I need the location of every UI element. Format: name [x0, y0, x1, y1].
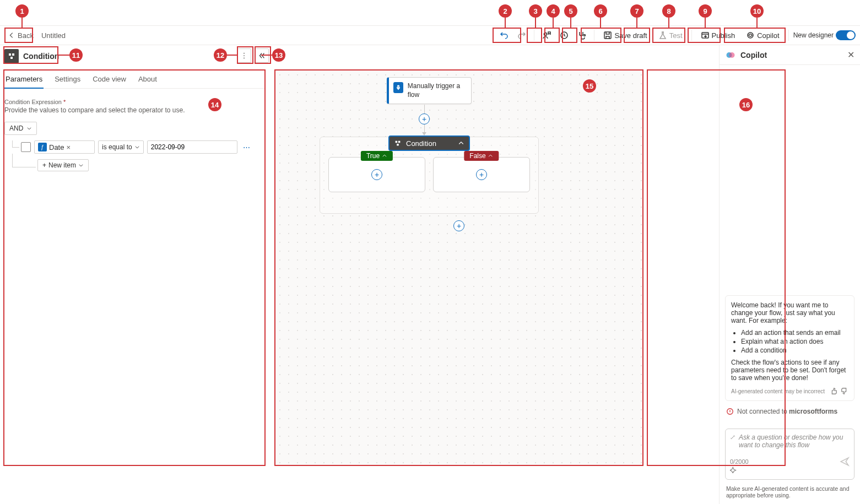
stethoscope-icon: [577, 31, 586, 40]
copilot-label: Copilot: [757, 31, 779, 40]
copilot-title: Copilot: [740, 51, 767, 59]
top-bar: Back Untitled Save draft Test Publish Co…: [0, 25, 860, 45]
callout-2: 2: [499, 4, 512, 18]
send-icon[interactable]: [840, 457, 850, 467]
callout-8: 8: [662, 4, 675, 18]
separator: [788, 30, 789, 41]
svg-point-8: [244, 58, 245, 59]
copilot-panel: Copilot ✕ Welcome back! If you want me t…: [719, 45, 860, 504]
add-step-after-button[interactable]: +: [453, 220, 464, 231]
chevron-up-icon: [382, 153, 387, 159]
logic-operator-dropdown[interactable]: AND: [4, 122, 37, 135]
chevron-down-icon: [26, 126, 32, 131]
token-remove-icon[interactable]: ×: [66, 143, 71, 151]
trigger-label: Manually trigger a flow: [408, 82, 467, 99]
sparkle-icon[interactable]: [730, 465, 738, 473]
add-action-true-button[interactable]: +: [371, 169, 382, 180]
sparkle-wand-icon: [730, 433, 735, 441]
token-label: Date: [49, 143, 64, 151]
version-history-button[interactable]: [556, 28, 572, 43]
save-draft-button[interactable]: Save draft: [599, 28, 651, 43]
copilot-input-placeholder: Ask a question or describe how you want …: [730, 433, 850, 449]
true-branch-label[interactable]: True: [361, 151, 393, 161]
flow-title[interactable]: Untitled: [41, 31, 66, 40]
new-item-label: New item: [48, 161, 76, 169]
copilot-input-box[interactable]: Ask a question or describe how you want …: [725, 429, 854, 480]
publish-button[interactable]: Publish: [696, 28, 740, 43]
condition-icon: [4, 49, 19, 63]
add-step-button[interactable]: +: [419, 113, 430, 124]
svg-point-6: [244, 53, 245, 54]
copilot-button[interactable]: Copilot: [742, 28, 783, 43]
operand-right-input[interactable]: [147, 140, 237, 154]
new-designer-toggle[interactable]: [836, 30, 856, 40]
condition-tree: ƒDate× is equal to ⋯ + New item: [4, 140, 264, 171]
char-counter: 0/2000: [730, 458, 749, 465]
undo-button[interactable]: [496, 28, 512, 43]
field-help: Provide the values to compare and select…: [4, 106, 264, 114]
condition-card-icon: [394, 139, 402, 147]
trigger-card[interactable]: Manually trigger a flow: [387, 77, 472, 104]
flow-canvas[interactable]: Manually trigger a flow + True + False +…: [275, 71, 642, 465]
flask-icon: [658, 31, 667, 40]
top-right-group: Save draft Test Publish Copilot New desi…: [496, 28, 856, 43]
operator-label: is equal to: [102, 143, 132, 151]
ai-disclaimer-row: AI-generated content may be incorrect: [731, 387, 848, 395]
condition-row: ƒDate× is equal to ⋯: [4, 140, 264, 154]
test-button[interactable]: Test: [654, 28, 687, 43]
tab-about[interactable]: About: [137, 71, 158, 88]
condition-card[interactable]: Condition: [388, 136, 470, 151]
copilot-followup-text: Check the flow's actions to see if any p…: [731, 359, 848, 382]
copilot-suggestion: Add an action that sends an email: [741, 329, 848, 337]
operator-dropdown[interactable]: is equal to: [98, 140, 144, 154]
add-action-false-button[interactable]: +: [476, 169, 487, 180]
tab-code-view[interactable]: Code view: [91, 71, 127, 88]
callout-4: 4: [547, 4, 560, 18]
copilot-suggestion: Explain what an action does: [741, 338, 848, 345]
collapse-panel-button[interactable]: [255, 48, 269, 63]
back-button[interactable]: Back: [4, 28, 37, 43]
svg-point-2: [584, 35, 586, 36]
operand-left-input[interactable]: ƒDate×: [34, 140, 95, 154]
tab-parameters[interactable]: Parameters: [4, 71, 44, 89]
redo-icon: [517, 31, 526, 40]
copilot-body: Welcome back! If you want me to change y…: [720, 65, 860, 426]
callout-1: 1: [15, 4, 29, 18]
more-actions-button[interactable]: [237, 48, 251, 63]
redo-button[interactable]: [514, 28, 529, 43]
feedback-button[interactable]: [539, 28, 554, 43]
copilot-input-footer: 0/2000: [730, 457, 850, 467]
chevron-down-icon: [134, 144, 140, 150]
false-branch-label[interactable]: False: [464, 151, 499, 161]
panel-tabs: Parameters Settings Code view About: [4, 71, 264, 89]
more-vertical-icon: [240, 52, 248, 59]
true-branch[interactable]: True +: [328, 157, 425, 192]
arrow-left-icon: [8, 31, 15, 39]
tab-settings[interactable]: Settings: [53, 71, 82, 88]
thumbs-down-icon[interactable]: [841, 387, 848, 395]
undo-icon: [500, 31, 509, 40]
back-label: Back: [18, 31, 34, 40]
copilot-welcome-text: Welcome back! If you want me to change y…: [731, 301, 848, 324]
test-label: Test: [669, 31, 683, 40]
condition-card-label: Condition: [406, 139, 436, 148]
copilot-close-button[interactable]: ✕: [847, 50, 854, 60]
new-item-button[interactable]: + New item: [37, 159, 89, 171]
new-item-row: + New item: [4, 159, 264, 171]
panel-body: Parameters Settings Code view About Cond…: [4, 71, 264, 171]
callout-16: 16: [739, 98, 753, 111]
flow-checker-button[interactable]: [574, 28, 589, 43]
fx-icon: ƒ: [38, 143, 47, 151]
save-icon: [603, 31, 612, 40]
thumbs-up-icon[interactable]: [830, 387, 837, 395]
callout-3: 3: [529, 4, 542, 18]
chevron-up-icon: [488, 153, 494, 159]
row-more-button[interactable]: ⋯: [241, 143, 252, 151]
callout-9: 9: [699, 4, 712, 18]
publish-label: Publish: [712, 31, 735, 40]
false-branch[interactable]: False +: [433, 157, 530, 192]
panel-header-actions: [237, 48, 269, 63]
connection-warning: Not connected to microsoftforms: [726, 408, 853, 415]
row-checkbox[interactable]: [21, 142, 31, 152]
chevron-down-icon: [78, 162, 84, 168]
